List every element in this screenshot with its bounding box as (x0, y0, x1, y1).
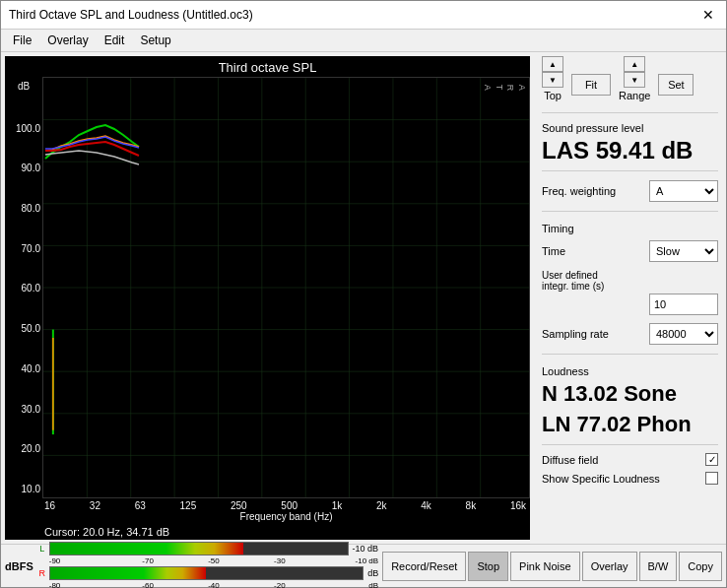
dbfs-label: dBFS (5, 560, 33, 572)
user-integr-label: User definedintegr. time (s) (542, 270, 604, 292)
y-label-40: 40.0 (7, 363, 40, 374)
chart-title: Third octave SPL (5, 56, 530, 77)
divider-5 (542, 444, 718, 445)
range-btn-pair: ▲ ▼ (624, 56, 645, 88)
loudness-title: Loudness (542, 365, 718, 377)
divider-1 (542, 112, 718, 113)
diffuse-field-checkbox[interactable]: ✓ (705, 453, 718, 466)
top-down-button[interactable]: ▼ (542, 72, 563, 88)
action-buttons: Record/Reset Stop Pink Noise Overlay B/W… (382, 552, 722, 581)
range-down-button[interactable]: ▼ (624, 72, 645, 88)
divider-4 (542, 354, 718, 355)
x-label-250: 250 (231, 500, 247, 511)
meter-r-scale-labels: -80 -60 -40 -20 dB (49, 581, 378, 588)
x-axis-area: 16 32 63 125 250 500 1k 2k 4k 8k 16k Fre… (5, 498, 530, 524)
arta-watermark: ARTA (481, 85, 527, 92)
x-label-2k: 2k (376, 500, 387, 511)
meter-bar-l (49, 542, 349, 555)
y-label-30: 30.0 (7, 404, 40, 415)
channel-l-label: L (37, 544, 47, 554)
chart-wrapper: dB 100.0 90.0 80.0 70.0 60.0 50.0 40.0 3… (5, 77, 530, 498)
x-label-16: 16 (44, 500, 55, 511)
top-label: Top (544, 90, 562, 101)
range-nav-group: ▲ ▼ Range (619, 56, 650, 101)
timing-title: Timing (542, 223, 718, 234)
top-btn-pair: ▲ ▼ (542, 56, 563, 88)
sampling-rate-select[interactable]: 44100 48000 96000 (649, 323, 718, 345)
loudness-ln-value: LN 77.02 Phon (542, 412, 718, 437)
title-bar: Third Octave SPL and Loudness (Untitled.… (1, 1, 726, 30)
scale-label-10l: -10 dB (312, 556, 378, 565)
x-label-63: 63 (135, 500, 146, 511)
y-label-60: 60.0 (7, 283, 40, 294)
x-label-500: 500 (281, 500, 297, 511)
y-label-80: 80.0 (7, 203, 40, 214)
freq-weighting-label: Freq. weighting (542, 185, 616, 197)
set-button[interactable]: Set (658, 74, 694, 96)
channel-r-label: R (37, 568, 47, 578)
freq-weighting-select[interactable]: A B C Z (649, 180, 718, 202)
main-window: Third Octave SPL and Loudness (Untitled.… (0, 0, 727, 588)
menu-edit[interactable]: Edit (97, 32, 133, 49)
spl-value: LAS 59.41 dB (542, 138, 718, 163)
fit-button[interactable]: Fit (571, 74, 611, 96)
show-specific-row: Show Specific Loudness (542, 472, 718, 485)
y-label-100: 100.0 (7, 123, 40, 134)
y-label-10: 10.0 (7, 484, 40, 494)
menu-bar: File Overlay Edit Setup (1, 30, 726, 52)
meter-row-l: L -10 dB (37, 542, 378, 555)
record-reset-button[interactable]: Record/Reset (382, 552, 466, 581)
x-label-32: 32 (90, 500, 100, 511)
scale-label-50l: -50 (180, 556, 246, 565)
bw-button[interactable]: B/W (639, 552, 678, 581)
time-row: Time Slow Fast Impulse (542, 240, 718, 262)
scale-label-dbr: dB (312, 581, 378, 588)
overlay-button[interactable]: Overlay (582, 552, 637, 581)
meter-l-scale-labels: -90 -70 -50 -30 -10 dB (49, 556, 378, 565)
menu-setup[interactable]: Setup (132, 32, 178, 49)
x-label-4k: 4k (421, 500, 431, 511)
show-specific-checkbox[interactable] (705, 472, 718, 485)
pink-noise-button[interactable]: Pink Noise (510, 552, 580, 581)
y-label-70: 70.0 (7, 243, 40, 254)
user-integr-input[interactable] (649, 294, 718, 315)
diffuse-field-row: Diffuse field ✓ (542, 453, 718, 466)
top-nav-group: ▲ ▼ Top (542, 56, 563, 101)
y-label-20: 20.0 (7, 443, 40, 454)
x-labels: 16 32 63 125 250 500 1k 2k 4k 8k 16k (42, 500, 530, 511)
sampling-rate-label: Sampling rate (542, 328, 609, 340)
cursor-info: Cursor: 20.0 Hz, 34.71 dB (5, 524, 530, 540)
level-meters: L -10 dB -90 -70 -50 -30 -10 dB R dB (37, 542, 378, 588)
range-up-button[interactable]: ▲ (624, 56, 645, 72)
stop-button[interactable]: Stop (468, 552, 508, 581)
scale-label-40r: -40 (180, 581, 246, 588)
y-label-90: 90.0 (7, 163, 40, 173)
scale-label-90l: -90 (49, 556, 115, 565)
copy-button[interactable]: Copy (679, 552, 722, 581)
bottom-bar: dBFS L -10 dB -90 -70 -50 -30 -10 dB R (1, 544, 726, 587)
right-panel: ▲ ▼ Top Fit ▲ ▼ Range (534, 52, 726, 544)
y-axis: dB 100.0 90.0 80.0 70.0 60.0 50.0 40.0 3… (5, 77, 42, 498)
main-content: Third octave SPL dB 100.0 90.0 80.0 70.0… (1, 52, 726, 544)
time-select[interactable]: Slow Fast Impulse (649, 240, 718, 262)
time-label: Time (542, 245, 565, 257)
y-label-50: 50.0 (7, 323, 40, 334)
window-title: Third Octave SPL and Loudness (Untitled.… (9, 8, 253, 22)
close-button[interactable]: ✕ (698, 5, 718, 25)
freq-weighting-row: Freq. weighting A B C Z (542, 180, 718, 202)
menu-file[interactable]: File (5, 32, 39, 49)
spl-label: Sound pressure level (542, 122, 718, 134)
meter-r-scale: dB (367, 568, 378, 578)
scale-label-80r: -80 (49, 581, 115, 588)
scale-label-60r: -60 (115, 581, 181, 588)
x-label-125: 125 (180, 500, 197, 511)
meter-row-r: R dB (37, 566, 378, 580)
fit-nav-group: Fit (571, 56, 611, 96)
loudness-n-value: N 13.02 Sone (542, 381, 718, 407)
divider-3 (542, 211, 718, 212)
top-up-button[interactable]: ▲ (542, 56, 563, 72)
scale-label-20r: -20 (246, 581, 312, 588)
menu-overlay[interactable]: Overlay (39, 32, 96, 49)
chart-plot[interactable]: ARTA (42, 77, 530, 498)
x-label-1k: 1k (332, 500, 343, 511)
